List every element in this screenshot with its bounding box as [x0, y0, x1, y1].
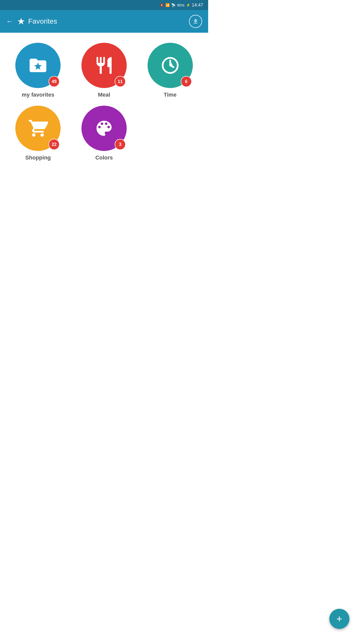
circle-wrapper-colors: 3 [81, 106, 127, 151]
badge-colors: 3 [115, 139, 126, 150]
status-icons: 🔇 📶 📡 95% ⚡ 14:47 [160, 3, 203, 8]
signal-icon: 📡 [171, 3, 175, 7]
clock-display: 14:47 [192, 3, 203, 8]
category-item-my-favorites[interactable]: 49 my favorites [8, 43, 69, 98]
category-label-colors: Colors [95, 154, 113, 161]
mute-icon: 🔇 [160, 3, 164, 7]
content-area: 49 my favorites 11 Meal 6 [0, 33, 208, 171]
badge-my-favorites: 49 [49, 76, 60, 87]
category-label-meal: Meal [98, 92, 110, 98]
battery-icon: ⚡ [186, 3, 190, 7]
wifi-icon: 📶 [165, 3, 170, 7]
battery-indicator: 95% [177, 3, 185, 7]
categories-grid: 49 my favorites 11 Meal 6 [8, 43, 201, 161]
badge-time: 6 [181, 76, 192, 87]
circle-wrapper-meal: 11 [81, 43, 127, 88]
app-bar: ← ★ Favorites [0, 10, 208, 33]
circle-wrapper-shopping: 22 [15, 106, 61, 151]
download-button[interactable] [189, 15, 202, 28]
status-bar: 🔇 📶 📡 95% ⚡ 14:47 [0, 0, 208, 10]
circle-wrapper-my-favorites: 49 [15, 43, 61, 88]
page-title: Favorites [28, 17, 189, 25]
category-item-colors[interactable]: 3 Colors [74, 106, 135, 161]
category-item-meal[interactable]: 11 Meal [74, 43, 135, 98]
category-label-my-favorites: my favorites [22, 92, 55, 98]
category-label-shopping: Shopping [25, 154, 51, 161]
back-button[interactable]: ← [6, 17, 13, 25]
badge-meal: 11 [115, 76, 126, 87]
category-item-shopping[interactable]: 22 Shopping [8, 106, 69, 161]
favorites-star-icon: ★ [17, 16, 25, 27]
circle-wrapper-time: 6 [148, 43, 193, 88]
badge-shopping: 22 [49, 139, 60, 150]
category-label-time: Time [164, 92, 176, 98]
download-icon [193, 18, 199, 24]
category-item-time[interactable]: 6 Time [140, 43, 201, 98]
